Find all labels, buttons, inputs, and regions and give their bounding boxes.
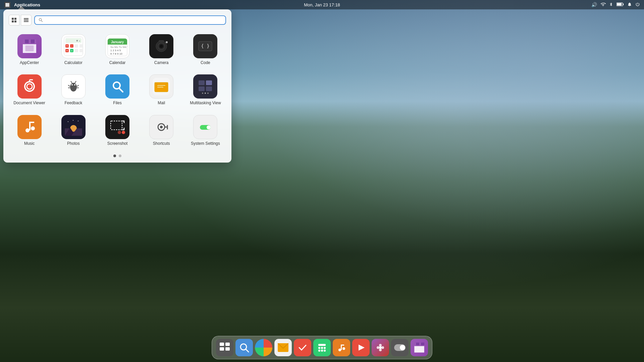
svg-rect-118 (324, 347, 326, 349)
power-icon[interactable] (635, 2, 640, 8)
dock-item-browser[interactable] (255, 339, 272, 356)
svg-rect-67 (109, 78, 126, 95)
dock-item-photos[interactable] (372, 339, 389, 356)
list-view-button[interactable] (21, 15, 32, 25)
system-settings-label: System Settings (191, 141, 220, 146)
svg-point-80 (202, 93, 203, 94)
code-icon: { } (193, 34, 217, 58)
app-item-shortcuts[interactable]: Shortcuts (141, 112, 182, 149)
svg-point-84 (25, 128, 30, 132)
app-launcher: AppCenter + - + - (3, 9, 231, 163)
app-item-files[interactable]: Files (97, 71, 138, 109)
dock-item-music[interactable] (333, 339, 350, 356)
app-item-multitasking-view[interactable]: Multitasking View (185, 71, 226, 109)
svg-rect-5 (12, 20, 14, 22)
dock-icon-multitasking (216, 339, 233, 356)
svg-point-129 (379, 349, 382, 351)
svg-text:+  -: + - (76, 39, 80, 43)
apps-grid: AppCenter + - + - (9, 31, 226, 149)
search-area (9, 15, 226, 25)
app-item-mail[interactable]: Mail (141, 71, 182, 109)
shortcuts-label: Shortcuts (153, 141, 170, 146)
dock-item-calc[interactable] (313, 339, 331, 356)
svg-rect-115 (318, 344, 326, 346)
photos-icon (61, 115, 86, 139)
svg-rect-125 (341, 345, 344, 346)
svg-text:{ }: { } (201, 43, 210, 49)
svg-rect-137 (419, 343, 421, 346)
search-box[interactable] (34, 15, 226, 25)
wifi-icon[interactable] (600, 2, 606, 8)
app-item-system-settings[interactable]: System Settings (185, 112, 226, 149)
svg-point-107 (207, 125, 211, 129)
dock-item-finder[interactable] (235, 339, 253, 356)
svg-rect-14 (32, 40, 34, 44)
svg-rect-119 (318, 350, 320, 352)
app-menu-icon[interactable]: 🔲 (4, 2, 11, 8)
dock-item-toggle[interactable] (391, 339, 409, 356)
dock-icon-store (411, 339, 428, 356)
svg-point-85 (31, 126, 35, 130)
svg-rect-31 (79, 44, 83, 48)
dock-item-multitasking[interactable] (216, 339, 233, 356)
app-item-document-viewer[interactable]: Document Viewer (9, 71, 50, 109)
svg-point-81 (205, 93, 206, 94)
grid-view-button[interactable] (9, 15, 19, 25)
pagination-dot-1[interactable] (113, 155, 116, 157)
app-item-calculator[interactable]: + - + - × = (53, 31, 94, 68)
document-viewer-icon (17, 74, 42, 99)
dock-item-mail[interactable] (274, 339, 292, 356)
app-item-appcenter[interactable]: AppCenter (9, 31, 50, 68)
svg-rect-110 (220, 347, 224, 351)
app-item-code[interactable]: { } Code (185, 31, 226, 68)
svg-rect-109 (225, 343, 230, 346)
topbar-app-name: Applications (14, 2, 40, 7)
dock-item-video[interactable] (352, 339, 370, 356)
topbar-center: Mon, Jan 23 17:18 (304, 2, 340, 7)
app-item-camera[interactable]: Camera (141, 31, 182, 68)
app-item-photos[interactable]: Photos (53, 112, 94, 149)
dock-icon-mail (274, 339, 292, 356)
dock-item-tasks[interactable] (294, 339, 311, 356)
app-item-screenshot[interactable]: Screenshot (97, 112, 138, 149)
svg-rect-111 (225, 347, 230, 351)
dock-icon-music (333, 339, 350, 356)
svg-rect-9 (24, 21, 29, 22)
svg-rect-136 (417, 343, 419, 346)
battery-icon[interactable] (616, 2, 624, 8)
svg-point-99 (118, 131, 121, 134)
calendar-label: Calendar (109, 60, 126, 65)
calculator-label: Calculator (64, 60, 83, 65)
svg-point-93 (68, 121, 68, 122)
pagination-dot-2[interactable] (119, 155, 121, 157)
app-item-calendar[interactable]: January Su Mo Tu We Th 1 2 3 4 5 6 7 8 9… (97, 31, 138, 68)
svg-point-102 (160, 126, 163, 128)
topbar-left: 🔲 Applications (4, 2, 40, 8)
svg-rect-3 (12, 18, 14, 20)
music-label: Music (24, 141, 35, 146)
app-item-music[interactable]: Music (9, 112, 50, 149)
sound-icon[interactable]: 🔊 (591, 2, 597, 7)
app-item-feedback[interactable]: Feedback (53, 71, 94, 109)
notifications-icon[interactable] (627, 2, 632, 8)
svg-rect-138 (422, 343, 424, 346)
multitasking-icon (193, 74, 217, 99)
svg-point-46 (166, 41, 168, 43)
screenshot-label: Screenshot (107, 141, 128, 146)
svg-marker-126 (359, 345, 365, 351)
svg-rect-121 (324, 350, 326, 352)
bluetooth-icon[interactable] (609, 2, 613, 8)
svg-rect-139 (414, 345, 424, 353)
svg-text:×: × (66, 49, 68, 52)
view-buttons (9, 15, 32, 25)
svg-text:6  7  8  9 10: 6 7 8 9 10 (110, 52, 122, 55)
camera-icon (149, 34, 173, 58)
search-input[interactable] (45, 17, 222, 23)
dock-item-store[interactable] (411, 339, 428, 356)
appcenter-icon (17, 34, 42, 58)
svg-point-82 (207, 93, 209, 94)
dock-icon-calc (313, 339, 331, 356)
files-label: Files (113, 101, 121, 105)
svg-rect-77 (199, 86, 205, 91)
svg-rect-13 (29, 40, 31, 44)
